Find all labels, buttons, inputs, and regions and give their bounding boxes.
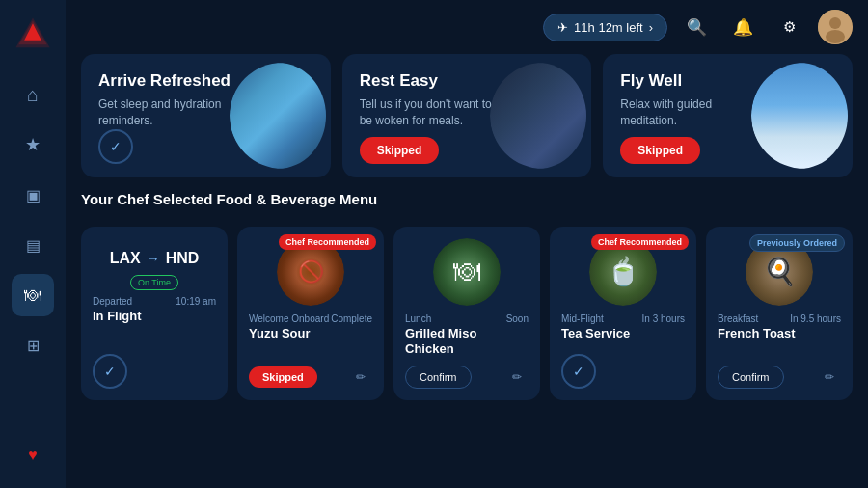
top-cards-grid: Arrive Refreshed Get sleep and hydration…	[81, 54, 853, 177]
rest-card-title: Rest Easy	[360, 71, 575, 91]
arrive-check-button[interactable]: ✓	[98, 129, 133, 164]
yuzu-meta: Welcome Onboard Complete	[249, 313, 372, 324]
yuzu-chef-badge: Chef Recommended	[279, 234, 376, 250]
menu-cards-grid: LAX → HND On Time Departed 10:19 am In F…	[81, 227, 853, 401]
fly-card-title: Fly Well	[620, 71, 835, 91]
delta-logo	[10, 12, 56, 58]
tea-title: Tea Service	[561, 326, 685, 342]
content-area: Arrive Refreshed Get sleep and hydration…	[66, 54, 868, 488]
fly-card-desc: Relax with guided meditation.	[620, 96, 755, 129]
inflight-card: LAX → HND On Time Departed 10:19 am In F…	[81, 227, 228, 401]
avatar[interactable]	[818, 10, 853, 44]
chicken-meta-right: Soon	[506, 313, 529, 324]
sidebar-item-home[interactable]: ⌂	[12, 73, 54, 116]
toast-edit-button[interactable]: ✏	[818, 366, 841, 389]
menu-section-title: Your Chef Selected Food & Beverage Menu	[81, 191, 853, 207]
main-content: ✈ 11h 12m left › 🔍 🔔 ⚙ Arrive Refreshed …	[66, 0, 868, 488]
fly-card-action: Skipped	[620, 137, 835, 164]
chicken-meta-left: Lunch	[405, 313, 431, 324]
notification-button[interactable]: 🔔	[725, 10, 760, 44]
inflight-title: In Flight	[93, 309, 216, 325]
tea-check-button[interactable]: ✓	[561, 354, 596, 389]
toast-meta-left: Breakfast	[718, 313, 758, 324]
sidebar: ⌂ ★ ▣ ▤ 🍽 ⊞ ♥	[0, 0, 66, 488]
header: ✈ 11h 12m left › 🔍 🔔 ⚙	[66, 0, 868, 54]
sidebar-item-food[interactable]: 🍽	[12, 274, 54, 316]
toast-title: French Toast	[718, 326, 841, 342]
arrive-card-action: ✓	[98, 129, 313, 164]
tea-actions: ✓	[561, 354, 685, 389]
ontime-badge: On Time	[130, 275, 178, 290]
flight-time-label: 11h 12m left	[574, 20, 643, 35]
svg-point-4	[829, 17, 841, 29]
chicken-confirm-button[interactable]: Confirm	[405, 366, 472, 389]
sidebar-item-map[interactable]: ⊞	[12, 324, 54, 366]
inflight-actions: ✓	[93, 354, 216, 389]
yuzu-title: Yuzu Sour	[249, 326, 372, 342]
tea-chef-badge: Chef Recommended	[591, 234, 689, 250]
chicken-meta: Lunch Soon	[405, 313, 529, 324]
yuzu-actions: Skipped ✏	[249, 366, 372, 389]
toast-confirm-button[interactable]: Confirm	[718, 366, 784, 389]
inflight-meta-right: 10:19 am	[176, 296, 216, 307]
toast-actions: Confirm ✏	[718, 366, 841, 389]
inflight-meta-left: Departed	[93, 296, 132, 307]
route-from: LAX	[110, 250, 141, 267]
chicken-card: 🍽 Lunch Soon Grilled Miso Chicken Confir…	[393, 227, 540, 401]
flight-icon: ✈	[557, 20, 568, 35]
toast-meta-right: In 9.5 hours	[790, 313, 841, 324]
tea-meta-right: In 3 hours	[642, 313, 685, 324]
chevron-right-icon: ›	[649, 20, 653, 35]
chicken-actions: Confirm ✏	[405, 366, 529, 389]
settings-button[interactable]: ⚙	[772, 10, 806, 44]
route-display: LAX → HND	[93, 250, 216, 267]
sidebar-item-media[interactable]: ▣	[12, 174, 54, 216]
sidebar-item-tv[interactable]: ▤	[12, 224, 54, 266]
rest-skip-button[interactable]: Skipped	[360, 137, 440, 164]
toast-meta: Breakfast In 9.5 hours	[718, 313, 841, 324]
svg-point-5	[826, 30, 845, 43]
rest-card-action: Skipped	[360, 137, 575, 164]
arrive-card-desc: Get sleep and hydration reminders.	[98, 96, 233, 129]
chicken-edit-button[interactable]: ✏	[505, 366, 529, 389]
inflight-check-button[interactable]: ✓	[93, 354, 127, 389]
flight-time-badge[interactable]: ✈ 11h 12m left ›	[543, 14, 667, 41]
inflight-meta: Departed 10:19 am	[93, 296, 216, 307]
tea-meta: Mid-Flight In 3 hours	[561, 313, 685, 324]
yuzu-card: Chef Recommended Welcome Onboard Complet…	[237, 227, 384, 401]
fly-well-card: Fly Well Relax with guided meditation. S…	[603, 54, 853, 177]
tea-meta-left: Mid-Flight	[561, 313, 604, 324]
fly-skip-button[interactable]: Skipped	[620, 137, 700, 164]
search-button[interactable]: 🔍	[679, 10, 714, 44]
sidebar-item-heart[interactable]: ♥	[12, 434, 54, 476]
toast-card: Previously Ordered 🍳 Breakfast In 9.5 ho…	[706, 227, 853, 401]
yuzu-skip-button[interactable]: Skipped	[249, 366, 317, 388]
toast-prev-badge: Previously Ordered	[749, 234, 845, 252]
sidebar-item-star[interactable]: ★	[12, 123, 54, 166]
yuzu-meta-left: Welcome Onboard	[249, 313, 329, 324]
route-arrow-icon: →	[147, 251, 160, 266]
yuzu-edit-button[interactable]: ✏	[349, 366, 372, 389]
rest-easy-card: Rest Easy Tell us if you don't want to b…	[342, 54, 592, 177]
route-to: HND	[166, 250, 200, 267]
chicken-image: 🍽	[433, 238, 501, 306]
chicken-title: Grilled Miso Chicken	[405, 326, 529, 359]
yuzu-meta-right: Complete	[331, 313, 372, 324]
rest-card-desc: Tell us if you don't want to be woken fo…	[360, 96, 495, 129]
arrive-card-title: Arrive Refreshed	[98, 71, 313, 91]
arrive-refreshed-card: Arrive Refreshed Get sleep and hydration…	[81, 54, 331, 177]
tea-card: Chef Recommended 🍵 Mid-Flight In 3 hours…	[550, 227, 696, 401]
